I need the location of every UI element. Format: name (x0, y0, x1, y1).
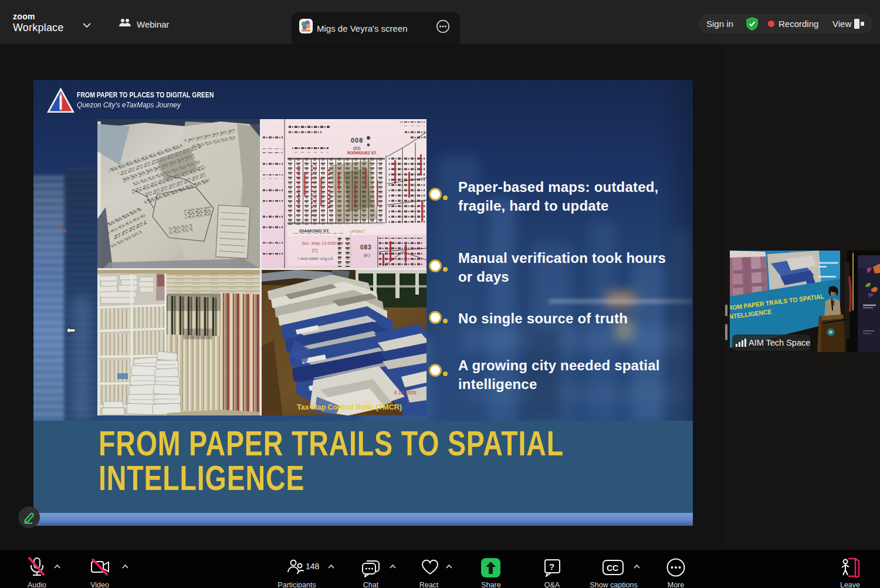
svg-text:083: 083 (360, 244, 372, 251)
svg-text:Tax Map Control Rolls (TMCR): Tax Map Control Rolls (TMCR) (297, 403, 402, 411)
svg-text:Sec. Map 13-008/114: Sec. Map 13-008/114 (302, 241, 343, 246)
svg-text:CC: CC (607, 563, 618, 573)
svg-text:I wca water ung-u3: I wca water ung-u3 (298, 256, 333, 261)
svg-text:[C]: [C] (312, 248, 317, 253)
svg-text:008: 008 (351, 137, 363, 144)
svg-text:RODRIGUEZ ST.: RODRIGUEZ ST. (347, 151, 377, 155)
svg-text:6 10 2005: 6 10 2005 (394, 390, 417, 396)
svg-text:?: ? (549, 562, 554, 572)
svg-text:DIAMOND ST.: DIAMOND ST. (299, 228, 330, 234)
svg-text:(83): (83) (353, 146, 360, 151)
svg-text:(a.): (a.) (364, 253, 370, 258)
svg-text:UP846T: UP846T (350, 229, 365, 234)
